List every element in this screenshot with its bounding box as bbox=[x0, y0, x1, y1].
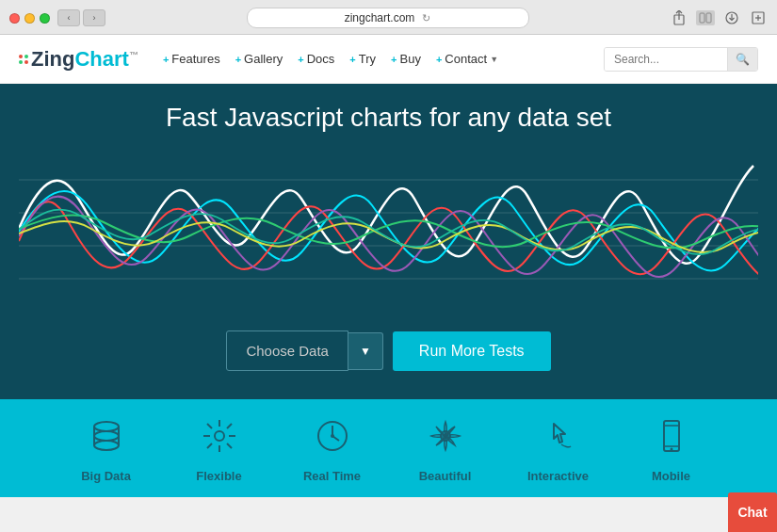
cta-area: Choose Data ▼ Run More Tests bbox=[19, 330, 758, 371]
flexible-icon bbox=[202, 418, 237, 461]
logo: ZingChart™ bbox=[19, 47, 138, 72]
choose-data-button[interactable]: Choose Data bbox=[226, 330, 348, 371]
nav-features[interactable]: + Features bbox=[157, 52, 226, 66]
svg-point-13 bbox=[94, 422, 119, 431]
logo-dot-red-2 bbox=[24, 60, 28, 64]
reader-icon[interactable] bbox=[696, 10, 715, 25]
svg-rect-3 bbox=[706, 13, 711, 23]
svg-point-33 bbox=[670, 448, 672, 451]
refresh-icon: ↻ bbox=[422, 12, 430, 24]
browser-icons bbox=[670, 10, 768, 25]
maximize-button[interactable] bbox=[40, 13, 50, 24]
hero-section: Fast Javascript charts for any data set bbox=[0, 84, 777, 399]
hero-title: Fast Javascript charts for any data set bbox=[19, 103, 758, 133]
interactive-icon bbox=[541, 418, 576, 461]
real-time-icon bbox=[315, 418, 350, 461]
svg-rect-2 bbox=[700, 13, 704, 23]
logo-zing: Zing bbox=[31, 47, 74, 71]
feature-real-time: Real Time bbox=[276, 418, 389, 483]
feature-beautiful: Beautiful bbox=[389, 418, 502, 483]
svg-line-22 bbox=[227, 443, 232, 448]
search-button[interactable]: 🔍 bbox=[727, 48, 757, 71]
big-data-icon bbox=[89, 418, 124, 461]
back-button[interactable]: ‹ bbox=[57, 9, 80, 26]
close-button[interactable] bbox=[9, 13, 20, 24]
svg-line-23 bbox=[227, 424, 232, 428]
nav-gallery[interactable]: + Gallery bbox=[230, 52, 289, 66]
site-url: zingchart.com bbox=[345, 11, 415, 24]
nav-links: + Features + Gallery + Docs + Try + Buy … bbox=[157, 52, 604, 66]
svg-line-21 bbox=[207, 424, 212, 428]
search-box: 🔍 bbox=[604, 47, 758, 72]
logo-tm: ™ bbox=[129, 49, 138, 59]
website: ZingChart™ + Features + Gallery + Docs +… bbox=[0, 35, 777, 532]
features-section: Big Data Flexible bbox=[0, 399, 777, 497]
mobile-icon bbox=[654, 418, 689, 461]
svg-point-28 bbox=[331, 434, 334, 438]
svg-point-16 bbox=[215, 431, 224, 441]
feature-big-data: Big Data bbox=[50, 418, 163, 483]
feature-interactive: Interactive bbox=[502, 418, 615, 483]
real-time-label: Real Time bbox=[303, 469, 361, 483]
mobile-label: Mobile bbox=[652, 469, 690, 483]
choose-data-dropdown[interactable]: ▼ bbox=[348, 332, 383, 370]
logo-dot-red-1 bbox=[19, 55, 23, 58]
logo-text: ZingChart™ bbox=[31, 47, 138, 72]
big-data-label: Big Data bbox=[81, 469, 131, 483]
svg-line-24 bbox=[207, 443, 212, 448]
browser-chrome: ‹ › zingchart.com ↻ bbox=[0, 0, 777, 35]
nav-buy[interactable]: + Buy bbox=[385, 52, 427, 66]
chat-button[interactable]: Chat bbox=[728, 492, 777, 532]
share-icon[interactable] bbox=[670, 10, 688, 25]
choose-data-label: Choose Data bbox=[246, 343, 329, 359]
new-tab-icon[interactable] bbox=[749, 10, 768, 25]
feature-mobile: Mobile bbox=[615, 418, 728, 483]
interactive-label: Interactive bbox=[527, 469, 589, 483]
chart-svg bbox=[19, 147, 758, 312]
beautiful-label: Beautiful bbox=[419, 469, 472, 483]
search-input[interactable] bbox=[605, 48, 727, 71]
svg-point-15 bbox=[94, 441, 119, 450]
run-more-tests-button[interactable]: Run More Tests bbox=[393, 331, 551, 371]
logo-dot-green-2 bbox=[19, 60, 23, 64]
traffic-lights bbox=[9, 13, 50, 24]
nav-docs[interactable]: + Docs bbox=[292, 52, 340, 66]
beautiful-icon bbox=[428, 418, 463, 461]
nav-try[interactable]: + Try bbox=[344, 52, 381, 66]
minimize-button[interactable] bbox=[24, 13, 35, 24]
logo-dots bbox=[19, 55, 28, 64]
chart-area bbox=[19, 147, 758, 312]
svg-point-14 bbox=[94, 431, 119, 441]
downloads-icon[interactable] bbox=[722, 10, 741, 25]
address-bar[interactable]: zingchart.com ↻ bbox=[247, 8, 529, 28]
logo-dot-green-1 bbox=[24, 55, 28, 58]
logo-chart: Chart bbox=[74, 47, 128, 71]
nav-buttons: ‹ › bbox=[57, 9, 105, 26]
flexible-label: Flexible bbox=[196, 469, 241, 483]
nav-contact[interactable]: + Contact ▼ bbox=[430, 52, 504, 66]
forward-button[interactable]: › bbox=[83, 9, 105, 26]
site-nav: ZingChart™ + Features + Gallery + Docs +… bbox=[0, 35, 777, 84]
feature-flexible: Flexible bbox=[163, 418, 276, 483]
